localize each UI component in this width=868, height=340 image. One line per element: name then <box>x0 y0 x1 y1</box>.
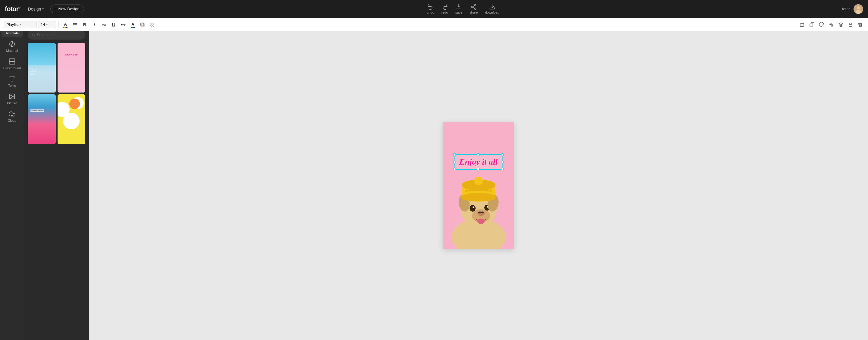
template-card-dont-overthink[interactable]: Don't overthink <box>28 94 56 144</box>
new-design-button[interactable]: + New Design <box>50 4 84 13</box>
toolbar-divider-2 <box>159 21 159 28</box>
cloud-icon <box>8 110 16 118</box>
nav-actions: undo redo save share download <box>84 4 434 14</box>
material-icon <box>8 40 16 48</box>
blob-orange <box>69 99 80 109</box>
font-family-selector[interactable]: Playlist ▾ <box>4 21 37 28</box>
svg-rect-18 <box>141 24 144 27</box>
text-align-button[interactable] <box>71 21 79 28</box>
color-a-icon: A <box>63 22 67 28</box>
logo: fotor® <box>5 5 20 13</box>
text-effect-color-button[interactable]: A <box>129 21 137 29</box>
texts-icon <box>8 75 16 83</box>
templates-grid: Think itWant itGet it Enjoy it all Don't… <box>28 43 85 144</box>
picture-icon <box>8 93 16 100</box>
text-shadow-button[interactable] <box>138 21 147 28</box>
sidebar-item-material[interactable]: Material <box>1 38 23 55</box>
template-card-yellow-blob[interactable] <box>58 94 86 144</box>
sidebar-item-cloud[interactable]: Cloud <box>1 108 23 125</box>
top-navigation: fotor® Design ▾ + New Design undo redo s… <box>0 0 434 18</box>
bold-button[interactable]: B <box>81 21 89 28</box>
blob-white-3 <box>63 113 80 129</box>
card-text-think: Think itWant itGet it <box>30 68 36 75</box>
logo-text: fotor® <box>5 5 20 13</box>
background-icon <box>8 58 16 65</box>
sidebar-item-picture[interactable]: Picture <box>1 90 23 107</box>
card-text-enjoy: Enjoy it all <box>65 53 78 56</box>
chevron-down-icon: ▾ <box>42 7 44 10</box>
svg-line-41 <box>34 36 35 36</box>
design-menu-button[interactable]: Design ▾ <box>25 5 47 13</box>
svg-point-40 <box>32 34 34 36</box>
undo-button[interactable]: undo <box>427 4 434 14</box>
size-chevron-icon: ▾ <box>46 23 48 26</box>
templates-panel: Mobile Wallpaper Think itWant itGet it E… <box>24 18 89 170</box>
left-sidebar: Template Material Background <box>0 18 24 170</box>
search-box[interactable] <box>28 30 85 39</box>
font-chevron-icon: ▾ <box>20 23 22 26</box>
search-input[interactable] <box>37 33 82 37</box>
font-size-selector[interactable]: 14 ▾ <box>38 21 56 28</box>
card-text-dont: Don't overthink <box>30 110 44 112</box>
sidebar-item-background[interactable]: Background <box>1 56 23 72</box>
text-toolbar: Playlist ▾ 14 ▾ A B I Aa U <box>0 18 434 31</box>
letter-spacing-button[interactable] <box>119 21 127 28</box>
underline-button[interactable]: U <box>110 21 118 28</box>
template-card-pink-dog[interactable]: Enjoy it all <box>58 43 86 93</box>
text-opacity-button[interactable] <box>148 22 156 28</box>
search-icon <box>32 33 35 37</box>
svg-point-38 <box>10 95 11 96</box>
canvas-area: Enjoy it all <box>89 31 434 170</box>
sidebar-item-texts[interactable]: Texts <box>1 73 23 90</box>
template-card-blue-sky[interactable]: Think itWant itGet it <box>28 43 56 93</box>
text-color-button[interactable]: A <box>61 21 70 29</box>
italic-button[interactable]: I <box>90 21 98 28</box>
font-size-toggle-button[interactable]: Aa <box>100 22 108 28</box>
